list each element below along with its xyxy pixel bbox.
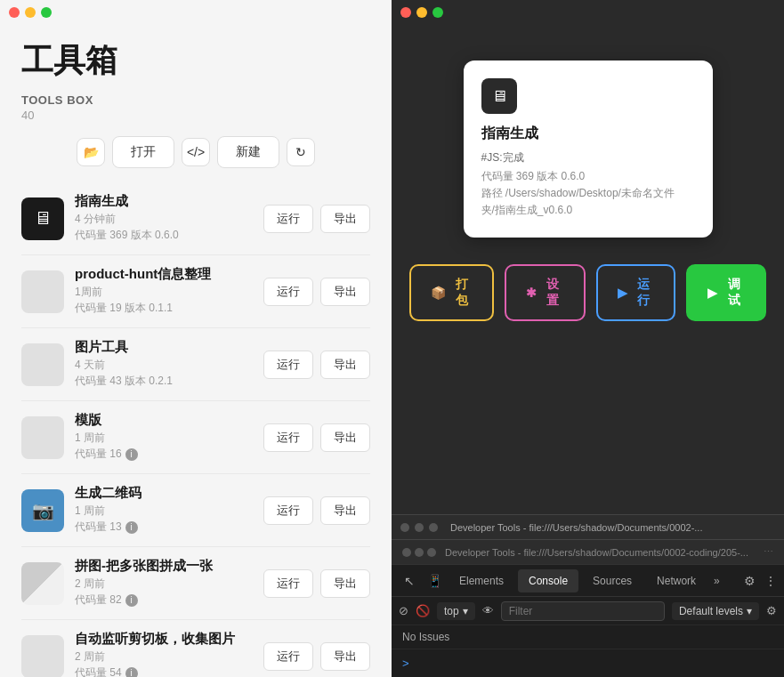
console-eye-icon[interactable]: 👁 bbox=[482, 604, 494, 617]
devtools-url-dots bbox=[402, 548, 436, 557]
run-icon: ▶ bbox=[618, 286, 627, 300]
pack-button[interactable]: 📦 打包 bbox=[409, 264, 494, 321]
item-name: 拼图-把多张图拼成一张 bbox=[75, 558, 263, 575]
left-panel: 工具箱 TOOLS BOX 40 📂 打开 </> 新建 ↻ 🖥 指南生成 4 … bbox=[0, 0, 392, 677]
title-bar-left bbox=[0, 0, 392, 25]
devtools-menu-icon[interactable]: ⋮ bbox=[764, 574, 777, 588]
devtools-settings-icon[interactable]: ⚙ bbox=[744, 574, 756, 588]
devtools-prompt[interactable]: > bbox=[392, 649, 784, 677]
items-list: 🖥 指南生成 4 分钟前 代码量 369 版本 0.6.0 运行 导出 prod… bbox=[21, 182, 370, 677]
devtools-device-icon[interactable]: 📱 bbox=[424, 570, 445, 592]
tab-network[interactable]: Network bbox=[646, 569, 707, 592]
url-dot1 bbox=[402, 548, 411, 557]
close-dot-right[interactable] bbox=[400, 7, 411, 18]
debug-icon: ▶ bbox=[707, 286, 717, 300]
console-clear-icon[interactable]: 🚫 bbox=[416, 604, 430, 617]
item-name: 模版 bbox=[75, 412, 263, 429]
debug-button[interactable]: ▶ 调试 bbox=[686, 264, 766, 321]
item-name: 指南生成 bbox=[75, 193, 263, 210]
export-item-button[interactable]: 导出 bbox=[320, 569, 370, 598]
preview-card: 🖥 指南生成 #JS:完成 代码量 369 版本 0.6.0 路径 /Users… bbox=[464, 60, 713, 238]
item-time: 4 天前 bbox=[75, 358, 263, 373]
item-info: 模版 1 周前 代码量 16i bbox=[75, 412, 263, 463]
app-title: 工具箱 bbox=[21, 39, 370, 83]
console-levels-label: Default levels bbox=[679, 605, 743, 617]
console-dropdown-icon: ▾ bbox=[463, 605, 468, 617]
run-item-button[interactable]: 运行 bbox=[263, 205, 313, 233]
item-time: 1 周前 bbox=[75, 504, 263, 519]
settings-icon: ✱ bbox=[526, 286, 537, 300]
pack-label: 打包 bbox=[451, 277, 473, 309]
open-folder-button[interactable]: 📂 bbox=[77, 138, 105, 166]
run-item-button[interactable]: 运行 bbox=[263, 423, 313, 452]
tab-elements[interactable]: Elements bbox=[449, 569, 514, 592]
console-levels-selector[interactable]: Default levels ▾ bbox=[672, 602, 759, 620]
preview-icon-symbol: 🖥 bbox=[491, 87, 507, 106]
close-dot[interactable] bbox=[9, 7, 20, 18]
item-thumb bbox=[21, 635, 64, 678]
list-item: product-hunt信息整理 1周前 代码量 19 版本 0.1.1 运行 … bbox=[21, 255, 370, 328]
tab-sources[interactable]: Sources bbox=[582, 569, 643, 592]
item-code-meta: 代码量 369 版本 0.6.0 bbox=[75, 228, 263, 243]
item-time: 1周前 bbox=[75, 285, 263, 300]
minimize-dot-right[interactable] bbox=[416, 7, 427, 18]
app-subtitle: TOOLS BOX bbox=[21, 93, 370, 107]
item-name: product-hunt信息整理 bbox=[75, 266, 263, 283]
item-info: 拼图-把多张图拼成一张 2 周前 代码量 82i bbox=[75, 558, 263, 608]
console-filter-input[interactable] bbox=[501, 601, 665, 621]
run-label: 运行 bbox=[633, 277, 655, 309]
run-button[interactable]: ▶ 运行 bbox=[596, 264, 676, 321]
url-dot2 bbox=[415, 548, 424, 557]
open-button[interactable]: 打开 bbox=[112, 136, 174, 168]
devtools-dot3 bbox=[429, 523, 438, 532]
devtools-url-bar: Developer Tools - file:///Users/shadow/D… bbox=[392, 540, 784, 565]
console-gear-icon[interactable]: ⚙ bbox=[766, 604, 777, 617]
export-item-button[interactable]: 导出 bbox=[320, 278, 370, 306]
console-ban-icon[interactable]: ⊘ bbox=[399, 604, 408, 617]
export-item-button[interactable]: 导出 bbox=[320, 351, 370, 379]
item-info: 生成二维码 1 周前 代码量 13i bbox=[75, 485, 263, 536]
console-context-selector[interactable]: top ▾ bbox=[437, 602, 475, 620]
export-item-button[interactable]: 导出 bbox=[320, 642, 370, 671]
list-item: 图片工具 4 天前 代码量 43 版本 0.2.1 运行 导出 bbox=[21, 328, 370, 401]
item-actions: 运行 导出 bbox=[263, 496, 370, 525]
devtools-url: Developer Tools - file:///Users/shadow/D… bbox=[445, 547, 748, 558]
refresh-button[interactable]: ↻ bbox=[287, 138, 315, 166]
export-item-button[interactable]: 导出 bbox=[320, 205, 370, 233]
zoom-dot-right[interactable] bbox=[432, 7, 443, 18]
item-time: 1 周前 bbox=[75, 431, 263, 446]
debug-label: 调试 bbox=[723, 277, 745, 309]
zoom-dot[interactable] bbox=[41, 7, 52, 18]
settings-button[interactable]: ✱ 设置 bbox=[505, 264, 586, 321]
run-item-button[interactable]: 运行 bbox=[263, 569, 313, 598]
minimize-dot[interactable] bbox=[25, 7, 36, 18]
devtools-pointer-icon[interactable]: ↖ bbox=[399, 570, 420, 592]
right-panel: 🖥 指南生成 #JS:完成 代码量 369 版本 0.6.0 路径 /Users… bbox=[392, 0, 784, 677]
prompt-symbol: > bbox=[402, 657, 409, 670]
export-item-button[interactable]: 导出 bbox=[320, 496, 370, 525]
devtools-title: Developer Tools - file:///Users/shadow/D… bbox=[450, 522, 702, 533]
list-item: 模版 1 周前 代码量 16i 运行 导出 bbox=[21, 401, 370, 474]
new-button[interactable]: 新建 bbox=[217, 136, 279, 168]
item-actions: 运行 导出 bbox=[263, 278, 370, 306]
tab-console[interactable]: Console bbox=[518, 569, 578, 592]
item-thumb: 🖥 bbox=[21, 197, 64, 240]
item-thumb bbox=[21, 343, 64, 386]
code-button[interactable]: </> bbox=[182, 138, 210, 166]
console-top-label: top bbox=[444, 605, 459, 617]
run-item-button[interactable]: 运行 bbox=[263, 278, 313, 306]
devtools-panel: Developer Tools - file:///Users/shadow/D… bbox=[392, 514, 784, 677]
item-time: 2 周前 bbox=[75, 649, 263, 665]
export-item-button[interactable]: 导出 bbox=[320, 423, 370, 452]
devtools-tabs-more[interactable]: » bbox=[714, 575, 720, 587]
run-item-button[interactable]: 运行 bbox=[263, 351, 313, 379]
list-item: 自动监听剪切板，收集图片 2 周前 代码量 54i 运行 导出 bbox=[21, 620, 370, 677]
item-code-meta: 代码量 54i bbox=[75, 665, 263, 677]
item-time: 2 周前 bbox=[75, 576, 263, 592]
item-info: product-hunt信息整理 1周前 代码量 19 版本 0.1.1 bbox=[75, 266, 263, 317]
devtools-url-more[interactable]: ⋯ bbox=[764, 546, 773, 558]
run-item-button[interactable]: 运行 bbox=[263, 496, 313, 525]
run-item-button[interactable]: 运行 bbox=[263, 642, 313, 671]
item-code-meta: 代码量 82i bbox=[75, 592, 263, 608]
item-actions: 运行 导出 bbox=[263, 351, 370, 379]
